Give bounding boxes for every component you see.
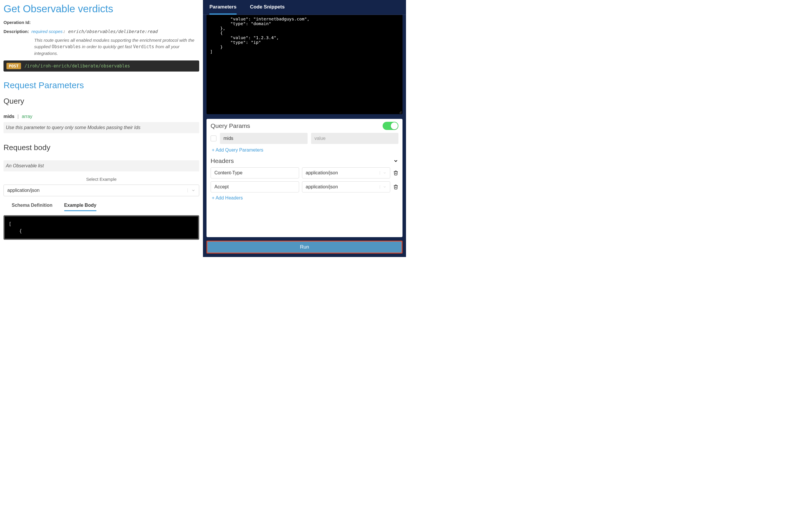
tab-parameters[interactable]: Parameters (209, 4, 237, 15)
run-button[interactable]: Run (206, 241, 403, 254)
header-value-select[interactable]: application/json (302, 167, 390, 178)
headers-heading: Headers (211, 158, 234, 165)
header-name-input[interactable] (211, 181, 299, 193)
header-value-select[interactable]: application/json (302, 181, 390, 193)
endpoint-bar: POST /iroh/iroh-enrich/deliberate/observ… (3, 60, 199, 72)
header-row: application/json (211, 167, 398, 178)
http-method-badge: POST (6, 63, 21, 69)
tab-code-snippets[interactable]: Code Snippets (250, 4, 285, 15)
query-heading: Query (3, 97, 199, 106)
add-header-link[interactable]: + Add Headers (212, 195, 398, 201)
request-body-heading: Request body (3, 143, 199, 152)
try-it-pane: Parameters Code Snippets "value": "inter… (203, 0, 406, 257)
body-editor-content: "value": "internetbadguys.com", "type": … (210, 17, 309, 54)
query-param-name-input[interactable] (220, 133, 308, 144)
param-name: mids (3, 114, 14, 119)
trash-icon[interactable] (393, 184, 398, 190)
example-body-code: [ { (3, 215, 199, 240)
query-params-toggle[interactable] (383, 122, 398, 130)
query-param-checkbox[interactable] (211, 136, 216, 141)
tab-schema-definition[interactable]: Schema Definition (12, 203, 53, 211)
chevron-down-icon[interactable] (393, 158, 398, 164)
description-text: This route queries all enabled modules s… (34, 37, 199, 56)
header-value: application/json (306, 170, 338, 175)
param-line: mids | array (3, 114, 199, 119)
query-param-row (211, 133, 398, 144)
example-select-value: application/json (7, 188, 39, 193)
resize-handle-icon[interactable] (398, 110, 402, 114)
chevron-down-icon (187, 189, 195, 193)
page-title: Get Observable verdicts (3, 3, 199, 15)
body-desc: An Observable list (3, 160, 199, 171)
param-type: array (22, 114, 32, 119)
header-name-input[interactable] (211, 167, 299, 178)
description-label: Description: (3, 29, 29, 34)
tab-example-body[interactable]: Example Body (64, 203, 96, 211)
right-tabs: Parameters Code Snippets (203, 0, 406, 15)
example-select[interactable]: application/json (3, 184, 199, 196)
scopes-prefix: required scopes (32, 29, 63, 34)
operation-id-label: Operation Id: (3, 20, 199, 25)
scopes-value: enrich/observables/deliberate:read (68, 29, 157, 34)
doc-pane: Get Observable verdicts Operation Id: De… (0, 0, 203, 257)
body-tabs: Schema Definition Example Body (3, 203, 199, 211)
chevron-down-icon (380, 185, 386, 189)
trash-icon[interactable] (393, 170, 398, 175)
select-example-label: Select Example (3, 177, 199, 182)
body-editor[interactable]: "value": "internetbadguys.com", "type": … (206, 15, 403, 114)
add-query-param-link[interactable]: + Add Query Parameters (212, 147, 398, 153)
query-param-value-input[interactable] (311, 133, 399, 144)
param-desc: Use this parameter to query only some Mo… (3, 122, 199, 133)
params-panel: Query Params + Add Query Parameters Head… (206, 119, 403, 237)
endpoint-path: /iroh/iroh-enrich/deliberate/observables (25, 63, 130, 68)
header-value: application/json (306, 184, 338, 190)
chevron-down-icon (380, 171, 386, 175)
request-parameters-heading: Request Parameters (3, 80, 199, 90)
query-params-heading: Query Params (211, 122, 250, 130)
header-row: application/json (211, 181, 398, 193)
